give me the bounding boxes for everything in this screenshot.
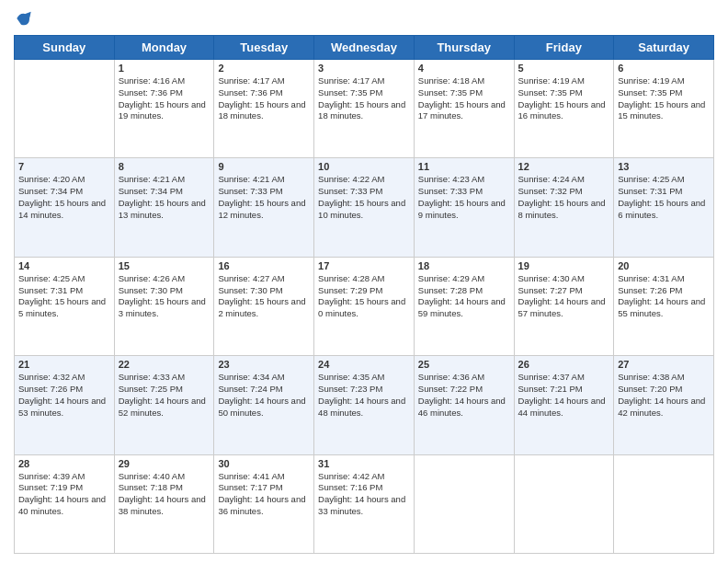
day-number: 6 — [618, 63, 710, 74]
day-cell — [614, 454, 714, 553]
day-cell: 16Sunrise: 4:27 AMSunset: 7:30 PMDayligh… — [214, 257, 314, 355]
day-info: Sunrise: 4:32 AMSunset: 7:26 PMDaylight:… — [18, 372, 110, 419]
day-cell: 9Sunrise: 4:21 AMSunset: 7:33 PMDaylight… — [214, 158, 314, 257]
day-info: Sunrise: 4:30 AMSunset: 7:27 PMDaylight:… — [518, 273, 610, 320]
day-info: Sunrise: 4:17 AMSunset: 7:35 PMDaylight:… — [318, 75, 410, 122]
day-number: 10 — [318, 161, 410, 172]
day-number: 12 — [518, 161, 610, 172]
week-row-3: 14Sunrise: 4:25 AMSunset: 7:31 PMDayligh… — [15, 257, 714, 355]
day-number: 4 — [418, 63, 510, 74]
day-cell: 25Sunrise: 4:36 AMSunset: 7:22 PMDayligh… — [414, 356, 514, 454]
day-cell: 23Sunrise: 4:34 AMSunset: 7:24 PMDayligh… — [214, 356, 314, 454]
day-cell: 15Sunrise: 4:26 AMSunset: 7:30 PMDayligh… — [114, 257, 214, 355]
day-cell: 18Sunrise: 4:29 AMSunset: 7:28 PMDayligh… — [414, 257, 514, 355]
day-number: 8 — [119, 161, 210, 172]
page: SundayMondayTuesdayWednesdayThursdayFrid… — [0, 0, 728, 563]
day-info: Sunrise: 4:25 AMSunset: 7:31 PMDaylight:… — [618, 174, 710, 221]
logo-icon — [14, 9, 32, 28]
day-number: 15 — [119, 260, 210, 271]
day-number: 13 — [618, 161, 710, 172]
day-info: Sunrise: 4:23 AMSunset: 7:33 PMDaylight:… — [418, 174, 510, 221]
day-info: Sunrise: 4:28 AMSunset: 7:29 PMDaylight:… — [318, 273, 410, 320]
day-info: Sunrise: 4:21 AMSunset: 7:33 PMDaylight:… — [218, 174, 310, 221]
day-info: Sunrise: 4:22 AMSunset: 7:33 PMDaylight:… — [318, 174, 410, 221]
day-number: 28 — [18, 458, 110, 469]
day-info: Sunrise: 4:31 AMSunset: 7:26 PMDaylight:… — [618, 273, 710, 320]
day-cell: 24Sunrise: 4:35 AMSunset: 7:23 PMDayligh… — [314, 356, 415, 454]
day-info: Sunrise: 4:33 AMSunset: 7:25 PMDaylight:… — [119, 372, 210, 419]
day-info: Sunrise: 4:40 AMSunset: 7:18 PMDaylight:… — [119, 471, 210, 518]
day-cell: 27Sunrise: 4:38 AMSunset: 7:20 PMDayligh… — [614, 356, 714, 454]
day-info: Sunrise: 4:36 AMSunset: 7:22 PMDaylight:… — [418, 372, 510, 419]
week-row-5: 28Sunrise: 4:39 AMSunset: 7:19 PMDayligh… — [15, 454, 714, 553]
day-info: Sunrise: 4:29 AMSunset: 7:28 PMDaylight:… — [418, 273, 510, 320]
day-number: 2 — [218, 63, 310, 74]
day-cell — [414, 454, 514, 553]
calendar-table: SundayMondayTuesdayWednesdayThursdayFrid… — [14, 35, 714, 554]
day-info: Sunrise: 4:42 AMSunset: 7:16 PMDaylight:… — [318, 471, 410, 518]
day-number: 20 — [618, 260, 710, 271]
week-row-1: 1Sunrise: 4:16 AMSunset: 7:36 PMDaylight… — [15, 60, 714, 158]
day-cell: 20Sunrise: 4:31 AMSunset: 7:26 PMDayligh… — [614, 257, 714, 355]
day-number: 1 — [119, 63, 210, 74]
day-info: Sunrise: 4:20 AMSunset: 7:34 PMDaylight:… — [18, 174, 110, 221]
day-cell: 14Sunrise: 4:25 AMSunset: 7:31 PMDayligh… — [15, 257, 115, 355]
week-row-2: 7Sunrise: 4:20 AMSunset: 7:34 PMDaylight… — [15, 158, 714, 257]
day-info: Sunrise: 4:19 AMSunset: 7:35 PMDaylight:… — [618, 75, 710, 122]
day-number: 27 — [618, 359, 710, 370]
day-info: Sunrise: 4:27 AMSunset: 7:30 PMDaylight:… — [218, 273, 310, 320]
day-info: Sunrise: 4:34 AMSunset: 7:24 PMDaylight:… — [218, 372, 310, 419]
day-header-thursday: Thursday — [414, 36, 514, 60]
day-number: 17 — [318, 260, 410, 271]
day-cell: 17Sunrise: 4:28 AMSunset: 7:29 PMDayligh… — [314, 257, 415, 355]
day-cell: 13Sunrise: 4:25 AMSunset: 7:31 PMDayligh… — [614, 158, 714, 257]
day-cell: 12Sunrise: 4:24 AMSunset: 7:32 PMDayligh… — [514, 158, 614, 257]
day-cell: 28Sunrise: 4:39 AMSunset: 7:19 PMDayligh… — [15, 454, 115, 553]
day-cell: 29Sunrise: 4:40 AMSunset: 7:18 PMDayligh… — [114, 454, 214, 553]
day-cell: 21Sunrise: 4:32 AMSunset: 7:26 PMDayligh… — [15, 356, 115, 454]
day-info: Sunrise: 4:18 AMSunset: 7:35 PMDaylight:… — [418, 75, 510, 122]
day-number: 19 — [518, 260, 610, 271]
day-cell: 11Sunrise: 4:23 AMSunset: 7:33 PMDayligh… — [414, 158, 514, 257]
day-info: Sunrise: 4:26 AMSunset: 7:30 PMDaylight:… — [119, 273, 210, 320]
day-cell: 22Sunrise: 4:33 AMSunset: 7:25 PMDayligh… — [114, 356, 214, 454]
header-row: SundayMondayTuesdayWednesdayThursdayFrid… — [15, 36, 714, 60]
day-number: 29 — [119, 458, 210, 469]
day-info: Sunrise: 4:35 AMSunset: 7:23 PMDaylight:… — [318, 372, 410, 419]
day-header-saturday: Saturday — [614, 36, 714, 60]
day-cell: 1Sunrise: 4:16 AMSunset: 7:36 PMDaylight… — [114, 60, 214, 158]
day-info: Sunrise: 4:19 AMSunset: 7:35 PMDaylight:… — [518, 75, 610, 122]
day-header-tuesday: Tuesday — [214, 36, 314, 60]
day-header-wednesday: Wednesday — [314, 36, 415, 60]
day-info: Sunrise: 4:38 AMSunset: 7:20 PMDaylight:… — [618, 372, 710, 419]
day-info: Sunrise: 4:21 AMSunset: 7:34 PMDaylight:… — [119, 174, 210, 221]
day-number: 18 — [418, 260, 510, 271]
week-row-4: 21Sunrise: 4:32 AMSunset: 7:26 PMDayligh… — [15, 356, 714, 454]
day-number: 31 — [318, 458, 410, 469]
day-number: 24 — [318, 359, 410, 370]
day-cell: 8Sunrise: 4:21 AMSunset: 7:34 PMDaylight… — [114, 158, 214, 257]
day-cell: 10Sunrise: 4:22 AMSunset: 7:33 PMDayligh… — [314, 158, 415, 257]
logo — [14, 9, 36, 28]
day-info: Sunrise: 4:16 AMSunset: 7:36 PMDaylight:… — [119, 75, 210, 122]
day-info: Sunrise: 4:39 AMSunset: 7:19 PMDaylight:… — [18, 471, 110, 518]
day-number: 9 — [218, 161, 310, 172]
day-info: Sunrise: 4:24 AMSunset: 7:32 PMDaylight:… — [518, 174, 610, 221]
day-cell: 26Sunrise: 4:37 AMSunset: 7:21 PMDayligh… — [514, 356, 614, 454]
day-header-monday: Monday — [114, 36, 214, 60]
header — [14, 9, 714, 28]
day-info: Sunrise: 4:37 AMSunset: 7:21 PMDaylight:… — [518, 372, 610, 419]
day-cell: 19Sunrise: 4:30 AMSunset: 7:27 PMDayligh… — [514, 257, 614, 355]
day-number: 30 — [218, 458, 310, 469]
day-cell: 5Sunrise: 4:19 AMSunset: 7:35 PMDaylight… — [514, 60, 614, 158]
day-info: Sunrise: 4:41 AMSunset: 7:17 PMDaylight:… — [218, 471, 310, 518]
day-cell — [15, 60, 115, 158]
day-info: Sunrise: 4:17 AMSunset: 7:36 PMDaylight:… — [218, 75, 310, 122]
day-cell: 30Sunrise: 4:41 AMSunset: 7:17 PMDayligh… — [214, 454, 314, 553]
day-cell — [514, 454, 614, 553]
day-number: 11 — [418, 161, 510, 172]
day-cell: 2Sunrise: 4:17 AMSunset: 7:36 PMDaylight… — [214, 60, 314, 158]
day-number: 5 — [518, 63, 610, 74]
day-cell: 4Sunrise: 4:18 AMSunset: 7:35 PMDaylight… — [414, 60, 514, 158]
day-cell: 31Sunrise: 4:42 AMSunset: 7:16 PMDayligh… — [314, 454, 415, 553]
